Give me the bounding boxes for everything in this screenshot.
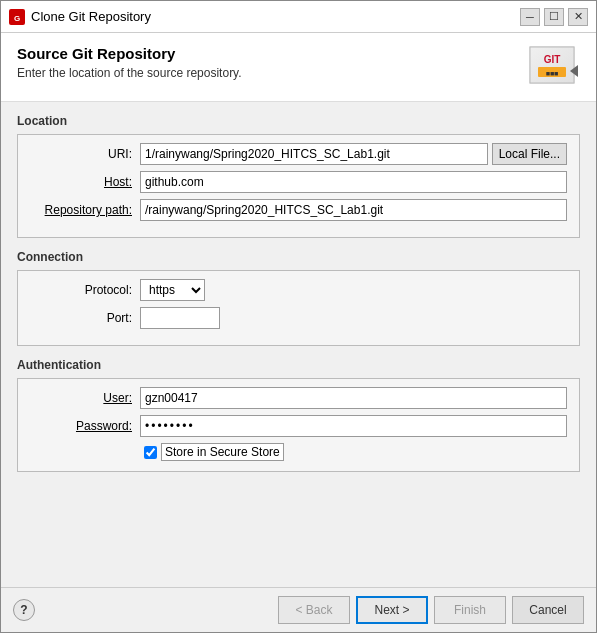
svg-text:G: G — [14, 14, 20, 23]
authentication-section: Authentication User: Password: Store in … — [17, 358, 580, 472]
title-bar-left: G Clone Git Repository — [9, 9, 151, 25]
header-text: Source Git Repository Enter the location… — [17, 45, 242, 80]
port-label: Port: — [30, 311, 140, 325]
auth-section-border: User: Password: Store in Secure Store — [17, 378, 580, 472]
page-subtitle: Enter the location of the source reposit… — [17, 66, 242, 80]
user-row: User: — [30, 387, 567, 409]
window-controls: ─ ☐ ✕ — [520, 8, 588, 26]
finish-button[interactable]: Finish — [434, 596, 506, 624]
repo-path-input[interactable] — [140, 199, 567, 221]
git-logo: GIT ■■■ — [528, 45, 580, 89]
host-row: Host: — [30, 171, 567, 193]
restore-button[interactable]: ☐ — [544, 8, 564, 26]
window-icon: G — [9, 9, 25, 25]
user-input[interactable] — [140, 387, 567, 409]
store-checkbox-label[interactable]: Store in Secure Store — [161, 443, 284, 461]
connection-section: Connection Protocol: https http git ssh … — [17, 250, 580, 346]
user-label: User: — [30, 391, 140, 405]
cancel-button[interactable]: Cancel — [512, 596, 584, 624]
minimize-button[interactable]: ─ — [520, 8, 540, 26]
main-content: Location URI: Local File... Host: — [1, 102, 596, 587]
local-file-button[interactable]: Local File... — [492, 143, 567, 165]
footer-left: ? — [13, 599, 35, 621]
repo-path-label: Repository path: — [30, 203, 140, 217]
window-title: Clone Git Repository — [31, 9, 151, 24]
password-row: Password: — [30, 415, 567, 437]
host-label: Host: — [30, 175, 140, 189]
auth-section-title: Authentication — [17, 358, 580, 372]
connection-section-border: Protocol: https http git ssh Port: — [17, 270, 580, 346]
close-button[interactable]: ✕ — [568, 8, 588, 26]
footer-right: < Back Next > Finish Cancel — [278, 596, 584, 624]
footer: ? < Back Next > Finish Cancel — [1, 587, 596, 632]
protocol-select[interactable]: https http git ssh — [140, 279, 205, 301]
uri-label: URI: — [30, 147, 140, 161]
title-bar: G Clone Git Repository ─ ☐ ✕ — [1, 1, 596, 33]
port-row: Port: — [30, 307, 567, 329]
protocol-label: Protocol: — [30, 283, 140, 297]
password-label: Password: — [30, 419, 140, 433]
uri-input[interactable] — [140, 143, 488, 165]
page-title: Source Git Repository — [17, 45, 242, 62]
back-button[interactable]: < Back — [278, 596, 350, 624]
page-header: Source Git Repository Enter the location… — [1, 33, 596, 102]
repo-path-row: Repository path: — [30, 199, 567, 221]
store-checkbox-row: Store in Secure Store — [144, 443, 567, 461]
uri-row: URI: Local File... — [30, 143, 567, 165]
svg-text:GIT: GIT — [544, 54, 561, 65]
next-button[interactable]: Next > — [356, 596, 428, 624]
protocol-row: Protocol: https http git ssh — [30, 279, 567, 301]
help-button[interactable]: ? — [13, 599, 35, 621]
host-input[interactable] — [140, 171, 567, 193]
svg-text:■■■: ■■■ — [546, 70, 559, 77]
password-input[interactable] — [140, 415, 567, 437]
store-checkbox[interactable] — [144, 446, 157, 459]
location-section-border: URI: Local File... Host: Repository path… — [17, 134, 580, 238]
location-section: Location URI: Local File... Host: — [17, 114, 580, 238]
location-section-title: Location — [17, 114, 580, 128]
connection-section-title: Connection — [17, 250, 580, 264]
main-window: G Clone Git Repository ─ ☐ ✕ Source Git … — [0, 0, 597, 633]
port-input[interactable] — [140, 307, 220, 329]
svg-rect-3 — [530, 47, 574, 83]
uri-input-group: Local File... — [140, 143, 567, 165]
